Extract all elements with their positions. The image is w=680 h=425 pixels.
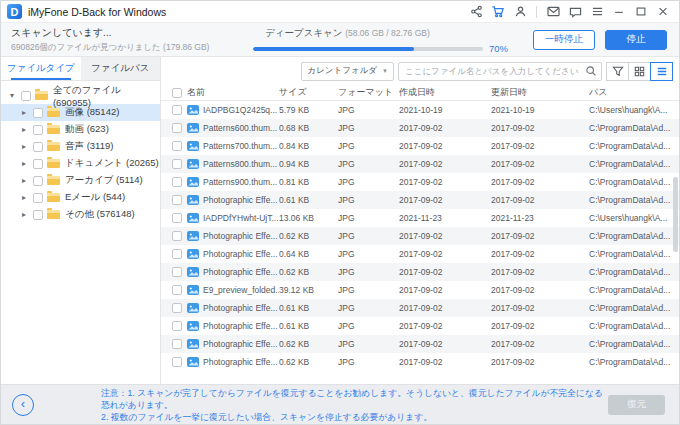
share-icon[interactable] [466,3,486,21]
tab-file-path[interactable]: ファイルパス [81,57,161,80]
file-size: 0.94 KB [279,159,338,169]
row-checkbox[interactable] [172,177,182,187]
tree-checkbox[interactable] [33,108,43,118]
row-checkbox[interactable] [172,195,182,205]
table-row[interactable]: Patterns900.thum...0.81 KBJPG2017-09-022… [161,173,679,191]
search-icon[interactable] [585,65,597,77]
tree-checkbox[interactable] [33,210,43,220]
file-modified: 2021-11-23 [491,213,589,223]
chevron-right-icon[interactable]: ▸ [19,108,29,117]
row-checkbox[interactable] [172,285,182,295]
row-checkbox[interactable] [172,249,182,259]
table-row[interactable]: Patterns800.thum...0.94 KBJPG2017-09-022… [161,155,679,173]
row-checkbox[interactable] [172,357,182,367]
table-row[interactable]: Photographic Effe...0.61 KBJPG2017-09-02… [161,191,679,209]
search-input[interactable] [405,66,585,76]
feedback-icon[interactable] [565,3,585,21]
notice-line-1: 注意：1. スキャンが完了してからファイルを復元することをお勧めします。そうしな… [101,387,608,411]
table-row[interactable]: Photographic Effe...0.62 KBJPG2017-09-02… [161,227,679,245]
tab-file-type[interactable]: ファイルタイプ [1,57,81,80]
file-modified: 2017-09-02 [491,195,589,205]
file-created: 2017-09-02 [399,303,491,313]
tree-checkbox[interactable] [33,159,43,169]
image-file-icon [187,249,199,259]
tree-item-category[interactable]: ▸アーカイブ (5114) [1,172,160,189]
header-size[interactable]: サイズ [279,86,338,99]
tree-checkbox[interactable] [33,193,43,203]
chevron-right-icon[interactable]: ▸ [19,210,29,219]
table-row[interactable]: Photographic Effe...0.62 KBJPG2017-09-02… [161,335,679,353]
table-row[interactable]: Patterns600.thum...0.68 KBJPG2017-09-022… [161,119,679,137]
table-row[interactable]: E9_preview_folded...39.12 KBJPG2017-09-0… [161,281,679,299]
header-path[interactable]: パス [589,86,679,99]
table-row[interactable]: Photographic Effe...0.64 KBJPG2017-09-02… [161,245,679,263]
table-row[interactable]: IADPBG1Q2425q...5.79 KBJPG2021-10-192021… [161,101,679,119]
tree-checkbox[interactable] [21,91,31,101]
header-modified[interactable]: 更新日時 [491,86,589,99]
tree-item-category[interactable]: ▸その他 (576148) [1,206,160,223]
table-row[interactable]: Photographic Effe...0.62 KBJPG2017-09-02… [161,353,679,371]
row-checkbox[interactable] [172,339,182,349]
file-modified: 2017-09-02 [491,267,589,277]
row-checkbox[interactable] [172,159,182,169]
grid-view-icon[interactable] [628,62,651,81]
maximize-icon[interactable] [631,3,651,21]
recover-button[interactable]: 復元 [608,395,665,415]
file-path: C:\ProgramData\Ad... [589,195,679,205]
chevron-down-icon[interactable]: ▾ [7,91,17,100]
row-checkbox[interactable] [172,267,182,277]
row-checkbox[interactable] [172,303,182,313]
chevron-right-icon[interactable]: ▸ [19,125,29,134]
tree-checkbox[interactable] [33,176,43,186]
header-name[interactable]: 名前 [187,86,279,99]
pause-button[interactable]: 一時停止 [533,30,595,50]
tree-item-category[interactable]: ▸音声 (3119) [1,138,160,155]
table-row[interactable]: Photographic Effe...0.62 KBJPG2017-09-02… [161,263,679,281]
table-row[interactable]: Patterns700.thum...0.84 KBJPG2017-09-022… [161,137,679,155]
chevron-right-icon[interactable]: ▸ [19,159,29,168]
vertical-scrollbar-thumb[interactable] [673,177,678,252]
row-checkbox[interactable] [172,213,182,223]
file-format: JPG [338,159,399,169]
file-format: JPG [338,249,399,259]
table-row[interactable]: Photographic Effe...0.61 KBJPG2017-09-02… [161,299,679,317]
tree-item-all-files[interactable]: ▾ 全てのファイル (690955) [1,87,160,104]
chevron-right-icon[interactable]: ▸ [19,142,29,151]
tree-item-category[interactable]: ▸ドキュメント (20265) [1,155,160,172]
tree-item-category[interactable]: ▸Eメール (544) [1,189,160,206]
folder-filter-dropdown[interactable]: カレントフォルダ ▼ [301,62,394,81]
row-checkbox[interactable] [172,105,182,115]
filter-icon[interactable] [606,62,629,81]
file-modified: 2017-09-02 [491,303,589,313]
folder-icon [47,125,60,134]
header-created[interactable]: 作成日時 [399,86,491,99]
file-created: 2017-09-02 [399,357,491,367]
table-row[interactable]: Photographic Effe...0.61 KBJPG2017-09-02… [161,317,679,335]
minimize-icon[interactable] [609,3,629,21]
select-all-checkbox[interactable] [172,88,182,98]
scan-stage-detail: (58.06 GB / 82.76 GB) [345,28,430,38]
file-name: Patterns900.thum... [203,177,277,187]
folder-icon [47,108,60,117]
row-checkbox[interactable] [172,141,182,151]
back-button[interactable]: ‹ [12,394,34,416]
stop-button[interactable]: 停止 [605,30,667,50]
menu-icon[interactable] [587,3,607,21]
account-icon[interactable] [510,3,530,21]
file-name: Patterns700.thum... [203,141,277,151]
tree-checkbox[interactable] [33,142,43,152]
list-view-icon[interactable] [650,62,673,81]
file-format: JPG [338,195,399,205]
row-checkbox[interactable] [172,231,182,241]
chevron-right-icon[interactable]: ▸ [19,193,29,202]
tree-checkbox[interactable] [33,125,43,135]
chevron-right-icon[interactable]: ▸ [19,176,29,185]
table-row[interactable]: IADPDfYHwht-UjT...13.06 KBJPG2021-11-232… [161,209,679,227]
header-format[interactable]: フォーマット [338,86,399,99]
row-checkbox[interactable] [172,123,182,133]
mail-icon[interactable] [543,3,563,21]
tree-item-category[interactable]: ▸動画 (623) [1,121,160,138]
close-icon[interactable] [653,3,673,21]
cart-icon[interactable] [488,3,508,21]
row-checkbox[interactable] [172,321,182,331]
